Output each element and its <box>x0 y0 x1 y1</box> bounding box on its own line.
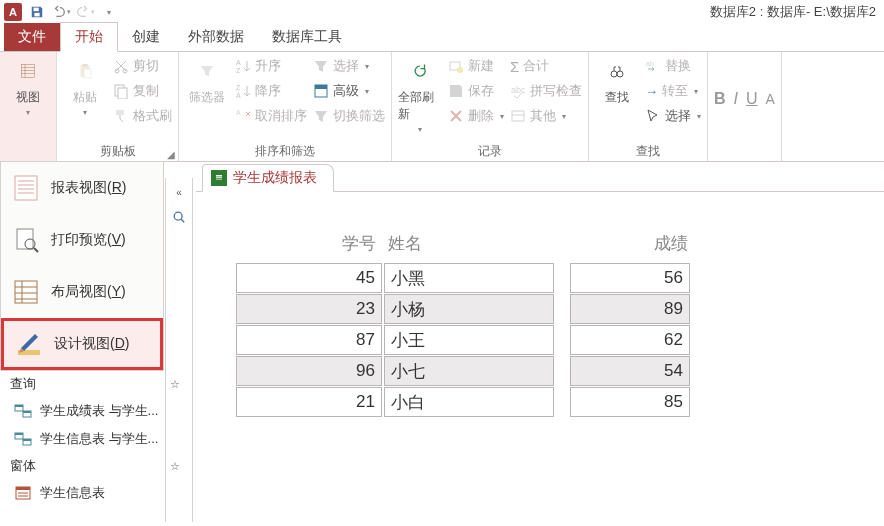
copy-icon <box>113 83 129 99</box>
select-button[interactable]: 选择▾ <box>645 105 701 127</box>
paste-label: 粘贴 <box>73 89 97 106</box>
nav-category-forms[interactable]: 窗体 ☆ <box>0 453 190 479</box>
dialog-launcher-icon[interactable]: ◢ <box>167 149 175 160</box>
refresh-icon <box>404 55 436 87</box>
cut-button[interactable]: 剪切 <box>113 55 172 77</box>
delete-icon <box>448 108 464 124</box>
svg-rect-2 <box>22 65 35 78</box>
navigation-pane: 查询 ☆ 学生成绩表 与学生... 学生信息表 与学生... 窗体 ☆ 学生信息… <box>0 371 190 507</box>
svg-rect-30 <box>15 176 37 200</box>
text-effect-button[interactable]: A <box>766 91 775 107</box>
svg-text:ab: ab <box>646 60 654 67</box>
new-record-button[interactable]: 新建 <box>448 55 504 77</box>
group-label-sort: 排序和筛选 <box>185 143 385 160</box>
spellcheck-icon: abc <box>510 83 526 99</box>
menu-design-view[interactable]: 设计视图(D) <box>1 318 163 370</box>
tab-home[interactable]: 开始 <box>60 22 118 52</box>
save-record-button[interactable]: 保存 <box>448 80 504 102</box>
menu-print-preview[interactable]: 打印预览(V) <box>1 214 163 266</box>
svg-point-23 <box>457 67 463 73</box>
tab-create[interactable]: 创建 <box>118 23 174 51</box>
advanced-filter-button[interactable]: 高级▾ <box>313 80 385 102</box>
nav-item-query-1[interactable]: 学生成绩表 与学生... <box>0 397 190 425</box>
document-tab-report[interactable]: 学生成绩报表 <box>202 164 334 192</box>
cell-id: 45 <box>236 263 382 293</box>
chevron-down-icon: ▾ <box>418 125 422 134</box>
svg-rect-60 <box>216 177 222 178</box>
undo-icon <box>52 5 66 19</box>
paste-button[interactable]: 粘贴 ▾ <box>63 55 107 117</box>
nav-item-form-1[interactable]: 学生信息表 <box>0 479 190 507</box>
ribbon-group-records: 全部刷新 ▾ 新建 保存 删除▾ Σ <box>392 52 589 161</box>
nav-pane-search-button[interactable] <box>166 206 192 228</box>
nav-pane-toggle-button[interactable]: « <box>166 181 192 203</box>
format-painter-icon <box>113 108 129 124</box>
qat-redo-button[interactable]: ▾ <box>74 2 96 22</box>
more-button[interactable]: 其他▾ <box>510 105 582 127</box>
group-label-clipboard: 剪贴板 <box>63 143 172 160</box>
tab-file[interactable]: 文件 <box>4 23 60 51</box>
nav-item-query-2[interactable]: 学生信息表 与学生... <box>0 425 190 453</box>
format-painter-button[interactable]: 格式刷 <box>113 105 172 127</box>
cell-id: 23 <box>236 294 382 324</box>
svg-rect-38 <box>15 281 37 303</box>
totals-button[interactable]: Σ 合计 <box>510 55 582 77</box>
filter-button[interactable]: 筛选器 <box>185 55 229 106</box>
clear-sort-button[interactable]: A 取消排序 <box>235 105 307 127</box>
col-header-id: 学号 <box>236 232 382 255</box>
ribbon-group-clipboard: 粘贴 ▾ 剪切 复制 格式刷 剪贴板 ◢ <box>57 52 179 161</box>
clear-sort-icon: A <box>235 108 251 124</box>
collapse-icon: ☆ <box>170 378 180 391</box>
chevron-left-icon: « <box>176 187 182 198</box>
new-icon <box>448 58 464 74</box>
nav-category-queries[interactable]: 查询 ☆ <box>0 371 190 397</box>
svg-rect-8 <box>83 64 88 67</box>
spellcheck-button[interactable]: abc 拼写检查 <box>510 80 582 102</box>
svg-point-27 <box>611 71 617 77</box>
menu-layout-view[interactable]: 布局视图(Y) <box>1 266 163 318</box>
table-row[interactable]: 96 小七 54 <box>236 356 854 387</box>
underline-button[interactable]: U <box>746 90 758 108</box>
svg-rect-61 <box>216 179 222 180</box>
goto-button[interactable]: → 转至▾ <box>645 80 701 102</box>
group-label-find: 查找 <box>595 143 701 160</box>
svg-line-45 <box>181 219 184 222</box>
ribbon-tabs: 文件 开始 创建 外部数据 数据库工具 <box>0 24 884 52</box>
qat-undo-button[interactable]: ▾ <box>50 2 72 22</box>
svg-rect-48 <box>15 405 23 407</box>
filter-icon <box>191 55 223 87</box>
svg-text:Z: Z <box>236 84 241 91</box>
sort-asc-button[interactable]: AZ 升序 <box>235 55 307 77</box>
table-row[interactable]: 23 小杨 89 <box>236 294 854 325</box>
sort-desc-button[interactable]: ZA 降序 <box>235 80 307 102</box>
selection-filter-button[interactable]: 选择▾ <box>313 55 385 77</box>
cursor-icon <box>645 108 661 124</box>
paste-icon <box>69 55 101 87</box>
svg-point-44 <box>174 212 182 220</box>
copy-button[interactable]: 复制 <box>113 80 172 102</box>
replace-button[interactable]: ab 替换 <box>645 55 701 77</box>
menu-report-view[interactable]: 报表视图(R) <box>1 162 163 214</box>
tab-database-tools[interactable]: 数据库工具 <box>258 23 356 51</box>
qat-customize-button[interactable]: ▾ <box>98 2 120 22</box>
ribbon-group-font: B I U A <box>708 52 782 161</box>
table-row[interactable]: 21 小白 85 <box>236 387 854 418</box>
svg-rect-0 <box>34 8 39 12</box>
refresh-all-button[interactable]: 全部刷新 ▾ <box>398 55 442 134</box>
view-button[interactable]: 视图 ▾ <box>6 55 50 117</box>
table-row[interactable]: 45 小黑 56 <box>236 263 854 294</box>
bold-button[interactable]: B <box>714 90 726 108</box>
more-icon <box>510 108 526 124</box>
toggle-filter-button[interactable]: 切换筛选 <box>313 105 385 127</box>
table-row[interactable]: 87 小王 62 <box>236 325 854 356</box>
advanced-icon <box>313 83 329 99</box>
tab-external-data[interactable]: 外部数据 <box>174 23 258 51</box>
cell-name: 小杨 <box>384 294 554 324</box>
cell-score: 62 <box>570 325 690 355</box>
italic-button[interactable]: I <box>734 90 738 108</box>
chevron-down-icon: ▾ <box>26 108 30 117</box>
qat-save-button[interactable] <box>26 2 48 22</box>
delete-record-button[interactable]: 删除▾ <box>448 105 504 127</box>
find-button[interactable]: 查找 <box>595 55 639 106</box>
group-label-records: 记录 <box>398 143 582 160</box>
